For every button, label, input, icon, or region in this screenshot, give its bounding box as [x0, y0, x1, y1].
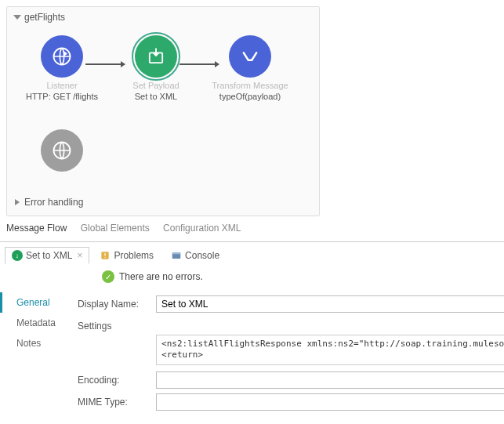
check-icon: ✓: [102, 270, 114, 283]
svg-rect-5: [172, 252, 181, 254]
globe-icon: [41, 35, 83, 78]
tab-set-to-xml[interactable]: ↓ Set to XML ×: [5, 247, 89, 264]
payload-badge-icon: ↓: [12, 250, 23, 261]
encoding-label: Encoding:: [78, 375, 150, 386]
sidenav-general[interactable]: General: [0, 292, 70, 313]
flow-title: getFlights: [24, 12, 65, 23]
properties-area: General Metadata Notes Display Name: Set…: [0, 288, 504, 423]
console-icon: [171, 250, 182, 261]
caret-right-icon: [15, 199, 20, 205]
tab-global-elements[interactable]: Global Elements: [81, 223, 150, 234]
encoding-input[interactable]: [156, 371, 504, 389]
sidenav-notes[interactable]: Notes: [0, 333, 70, 353]
caret-down-icon: [13, 15, 21, 20]
tab-configuration-xml[interactable]: Configuration XML: [163, 223, 241, 234]
flow-canvas: getFlights Listener HTTP: GET /flights S…: [6, 6, 320, 216]
node-out[interactable]: [15, 129, 109, 175]
settings-label: Settings: [78, 321, 504, 332]
display-name-label: Display Name:: [78, 299, 150, 310]
tab-message-flow[interactable]: Message Flow: [6, 223, 67, 234]
tab-problems-label: Problems: [114, 250, 154, 261]
status-text: There are no errors.: [119, 271, 203, 282]
close-icon[interactable]: ×: [77, 250, 82, 261]
mime-input[interactable]: [156, 393, 504, 411]
transform-icon: [229, 35, 271, 78]
error-handling-label: Error handling: [24, 197, 83, 208]
sidenav-metadata[interactable]: Metadata: [0, 313, 70, 333]
tab-console-label: Console: [185, 250, 219, 261]
value-snippet[interactable]: <ns2:listAllFlightsResponse xmlns:ns2="h…: [156, 335, 504, 365]
tab-problems[interactable]: Problems: [92, 247, 161, 264]
error-handling-section[interactable]: Error handling: [7, 192, 319, 216]
globe-out-icon: [41, 129, 83, 172]
display-name-input[interactable]: [156, 295, 504, 313]
flow-editor-tabs: Message Flow Global Elements Configurati…: [6, 223, 498, 234]
bottom-panel-tabs: ↓ Set to XML × Problems Console: [0, 241, 504, 264]
flow-body: Listener HTTP: GET /flights Set Payload …: [7, 27, 319, 192]
node-set-payload[interactable]: Set Payload Set to XML: [109, 35, 203, 101]
node-listener-subtitle: HTTP: GET /flights: [15, 92, 109, 101]
set-payload-icon: [135, 35, 177, 78]
tab-console[interactable]: Console: [164, 247, 227, 264]
node-transform-title: Transform Message: [203, 81, 297, 90]
mime-combo[interactable]: ▾: [156, 393, 504, 411]
problems-icon: [100, 250, 111, 261]
node-listener-title: Listener: [15, 81, 109, 90]
node-transform-subtitle: typeOf(payload): [203, 92, 297, 101]
node-set-payload-title: Set Payload: [109, 81, 203, 90]
form-area: Display Name: Settings <ns2:listAllFligh…: [70, 288, 504, 423]
node-listener[interactable]: Listener HTTP: GET /flights: [15, 35, 109, 101]
encoding-combo[interactable]: ▾: [156, 371, 504, 389]
node-transform[interactable]: Transform Message typeOf(payload): [203, 35, 297, 101]
mime-label: MIME Type:: [78, 397, 150, 408]
flow-header[interactable]: getFlights: [7, 7, 319, 27]
status-row: ✓ There are no errors.: [0, 264, 504, 288]
node-set-payload-subtitle: Set to XML: [109, 92, 203, 101]
side-nav: General Metadata Notes: [0, 288, 70, 423]
tab-set-to-xml-label: Set to XML: [26, 250, 72, 261]
